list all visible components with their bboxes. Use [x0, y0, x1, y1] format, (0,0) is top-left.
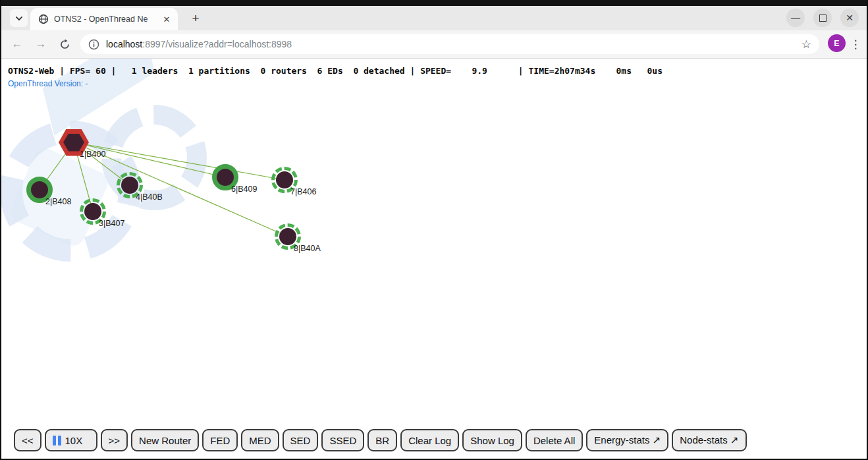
button-label: BR: [375, 435, 389, 446]
back-button[interactable]: ←: [9, 36, 25, 52]
maximize-icon: [819, 14, 827, 22]
med-button[interactable]: MED: [241, 429, 279, 451]
show-log-button[interactable]: Show Log: [462, 429, 522, 451]
node-core: [84, 203, 101, 220]
button-label: Energy-stats ↗: [594, 434, 661, 446]
fed-button[interactable]: FED: [202, 429, 238, 451]
globe-icon: [38, 14, 49, 24]
maximize-button[interactable]: [813, 9, 832, 27]
toolbar-divider: [1, 58, 867, 59]
clear-log-button[interactable]: Clear Log: [400, 429, 459, 451]
window-top-edge: [1, 0, 867, 6]
node-core: [121, 177, 138, 194]
url-path: :8997/visualize?addr=localhost:8998: [142, 39, 292, 49]
pause-icon: [53, 436, 61, 446]
chevron-down-icon: [15, 16, 23, 21]
step-back-button[interactable]: <<: [14, 429, 41, 451]
radio-link-edge: [74, 142, 285, 180]
tab-title: OTNS2 - OpenThread Ne: [54, 14, 161, 24]
button-label: <<: [22, 435, 34, 446]
browser-toolbar: ← → localhost:8997/visualize?addr=localh…: [1, 30, 867, 58]
node-label-3-b407: 3|B407: [99, 219, 124, 228]
node-core: [63, 134, 84, 152]
button-label: SSED: [329, 435, 356, 446]
radio-link-edge: [74, 142, 225, 177]
bookmark-star-icon[interactable]: ☆: [801, 39, 811, 50]
minimize-button[interactable]: —: [786, 9, 805, 27]
button-label: >>: [109, 435, 121, 446]
forward-button[interactable]: →: [33, 36, 49, 52]
step-forward-button[interactable]: >>: [101, 429, 128, 451]
node-label-1-b400: 1|B400: [80, 150, 105, 159]
url-host: localhost: [106, 39, 142, 49]
new-tab-button[interactable]: +: [187, 10, 204, 27]
topology-stage: 1|B4002|B4083|B4074|B40B6|B4097|B4068|B4…: [1, 59, 867, 459]
tab-otns2[interactable]: OTNS2 - OpenThread Ne ✕: [30, 8, 178, 30]
browser-window: OTNS2 - OpenThread Ne ✕ + — ✕ ← →: [0, 0, 868, 460]
button-label: MED: [249, 435, 271, 446]
tab-search-button[interactable]: [10, 9, 28, 27]
reload-button[interactable]: [57, 36, 72, 52]
openthread-version-link[interactable]: OpenThread Version: -: [8, 79, 88, 88]
node-label-7-b406: 7|B406: [290, 187, 316, 196]
new-router-button[interactable]: New Router: [131, 429, 199, 451]
reload-icon: [59, 39, 70, 50]
node-core: [276, 171, 293, 188]
delete-all-button[interactable]: Delete All: [526, 429, 583, 451]
button-label: Delete All: [533, 435, 575, 446]
energy-stats-button[interactable]: Energy-stats ↗: [586, 429, 668, 451]
url-text[interactable]: localhost:8997/visualize?addr=localhost:…: [106, 39, 801, 49]
node-stats-button[interactable]: Node-stats ↗: [672, 429, 746, 451]
br-button[interactable]: BR: [367, 429, 397, 451]
button-label: 10X: [65, 435, 83, 446]
node-label-4-b40b: 4|B40B: [136, 192, 163, 202]
button-label: Clear Log: [408, 435, 451, 446]
node-label-8-b40a: 8|B40A: [294, 244, 321, 253]
tab-strip: OTNS2 - OpenThread Ne ✕ + — ✕: [1, 6, 867, 30]
close-button[interactable]: ✕: [840, 9, 859, 27]
sed-button[interactable]: SED: [283, 429, 319, 451]
button-label: FED: [210, 435, 230, 446]
button-label: SED: [290, 435, 311, 446]
profile-avatar[interactable]: E: [828, 34, 846, 52]
tab-close-icon[interactable]: ✕: [161, 13, 173, 25]
simulation-controls: <<10X>>New RouterFEDMEDSEDSSEDBRClear Lo…: [14, 429, 747, 451]
button-label: Node-stats ↗: [680, 434, 738, 446]
button-label: Show Log: [470, 435, 514, 446]
simulation-status-line: OTNS2-Web | FPS= 60 | 1 leaders 1 partit…: [8, 66, 663, 76]
button-label: New Router: [139, 435, 191, 446]
speed-10x-button[interactable]: 10X: [45, 429, 97, 451]
address-bar[interactable]: localhost:8997/visualize?addr=localhost:…: [80, 34, 819, 54]
otns-canvas: OTNS2-Web | FPS= 60 | 1 leaders 1 partit…: [1, 59, 867, 459]
site-info-icon[interactable]: [88, 39, 99, 50]
node-label-2-b408: 2|B408: [45, 197, 71, 206]
topology-edges: [1, 59, 462, 375]
node-label-6-b409: 6|B409: [231, 185, 257, 194]
window-controls: — ✕: [786, 9, 859, 27]
node-core: [279, 228, 296, 245]
browser-menu-icon[interactable]: ⋮: [848, 36, 863, 53]
ssed-button[interactable]: SSED: [321, 429, 364, 451]
